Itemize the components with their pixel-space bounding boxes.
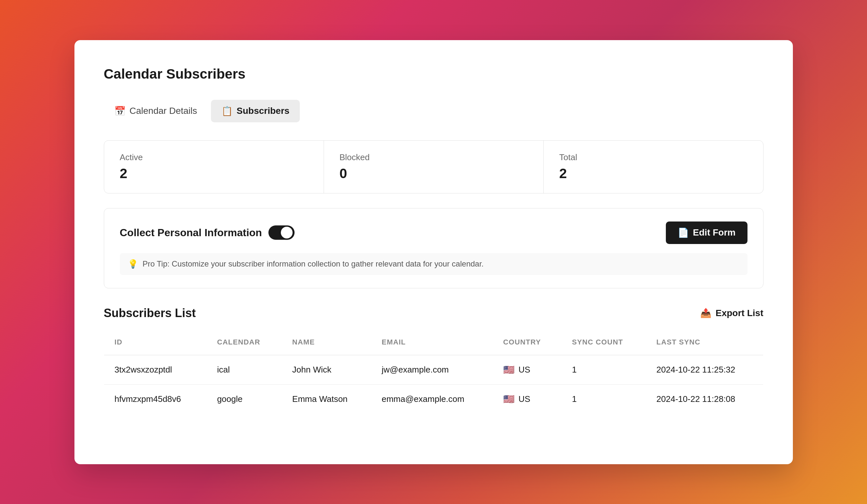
pro-tip-banner: 💡 Pro Tip: Customize your subscriber inf… xyxy=(120,253,748,275)
edit-form-icon: 📄 xyxy=(677,227,689,238)
cell-id: hfvmzxpm45d8v6 xyxy=(104,384,207,414)
cell-name: John Wick xyxy=(282,355,371,384)
stat-blocked-label: Blocked xyxy=(340,152,528,163)
tab-subscribers-label: Subscribers xyxy=(237,106,290,116)
collect-personal-info-toggle[interactable] xyxy=(268,226,295,240)
stat-blocked-value: 0 xyxy=(340,166,528,182)
collect-personal-info-card: Collect Personal Information 📄 Edit Form… xyxy=(104,208,763,288)
cell-name: Emma Watson xyxy=(282,384,371,414)
stat-active-label: Active xyxy=(120,152,308,163)
col-last-sync: LAST SYNC xyxy=(646,329,763,355)
collect-header: Collect Personal Information 📄 Edit Form xyxy=(120,221,748,244)
stats-card: Active 2 Blocked 0 Total 2 xyxy=(104,140,763,194)
cell-email: jw@example.com xyxy=(371,355,493,384)
subscribers-list-header: Subscribers List 📤 Export List xyxy=(104,306,763,320)
subscribers-section: Subscribers List 📤 Export List ID CALEND… xyxy=(104,306,763,414)
col-id: ID xyxy=(104,329,207,355)
page-title: Calendar Subscribers xyxy=(104,66,763,82)
stat-blocked: Blocked 0 xyxy=(324,141,544,193)
stat-total-label: Total xyxy=(559,152,748,163)
table-row: 3tx2wsxzozptdl ical John Wick jw@example… xyxy=(104,355,763,384)
country-flag-icon: 🇺🇸 xyxy=(503,394,515,405)
country-name: US xyxy=(518,394,530,404)
subscribers-list-title: Subscribers List xyxy=(104,306,196,320)
stat-total-value: 2 xyxy=(559,166,748,182)
export-icon: 📤 xyxy=(700,308,711,318)
tab-subscribers[interactable]: 📋 Subscribers xyxy=(211,100,300,122)
calendar-icon: 📅 xyxy=(114,106,126,117)
subscribers-tab-icon: 📋 xyxy=(222,106,233,117)
collect-toggle-group: Collect Personal Information xyxy=(120,226,295,240)
pro-tip-text: Pro Tip: Customize your subscriber infor… xyxy=(143,259,484,269)
tab-calendar-details-label: Calendar Details xyxy=(130,106,197,116)
tabs-nav: 📅 Calendar Details 📋 Subscribers xyxy=(104,100,763,122)
cell-email: emma@example.com xyxy=(371,384,493,414)
lightbulb-icon: 💡 xyxy=(128,259,138,269)
stat-total: Total 2 xyxy=(544,141,763,193)
stat-active-value: 2 xyxy=(120,166,308,182)
edit-form-label: Edit Form xyxy=(693,227,736,238)
col-name: NAME xyxy=(282,329,371,355)
col-email: EMAIL xyxy=(371,329,493,355)
export-label: Export List xyxy=(716,308,763,318)
cell-last-sync: 2024-10-22 11:28:08 xyxy=(646,384,763,414)
export-list-button[interactable]: 📤 Export List xyxy=(700,308,763,318)
cell-calendar: google xyxy=(207,384,282,414)
edit-form-button[interactable]: 📄 Edit Form xyxy=(666,221,748,244)
subscribers-table: ID CALENDAR NAME EMAIL COUNTRY xyxy=(104,329,763,414)
stat-active: Active 2 xyxy=(104,141,324,193)
collect-title: Collect Personal Information xyxy=(120,227,262,239)
main-window: Calendar Subscribers 📅 Calendar Details … xyxy=(74,40,793,464)
cell-calendar: ical xyxy=(207,355,282,384)
cell-country: 🇺🇸 US xyxy=(493,384,562,414)
cell-sync-count: 1 xyxy=(562,355,646,384)
table-row: hfvmzxpm45d8v6 google Emma Watson emma@e… xyxy=(104,384,763,414)
cell-last-sync: 2024-10-22 11:25:32 xyxy=(646,355,763,384)
cell-country: 🇺🇸 US xyxy=(493,355,562,384)
col-calendar: CALENDAR xyxy=(207,329,282,355)
cell-id: 3tx2wsxzozptdl xyxy=(104,355,207,384)
country-flag-icon: 🇺🇸 xyxy=(503,364,515,375)
cell-sync-count: 1 xyxy=(562,384,646,414)
table-header-row: ID CALENDAR NAME EMAIL COUNTRY xyxy=(104,329,763,355)
col-country: COUNTRY xyxy=(493,329,562,355)
country-name: US xyxy=(518,365,530,375)
tab-calendar-details[interactable]: 📅 Calendar Details xyxy=(104,100,208,122)
col-sync-count: SYNC COUNT xyxy=(562,329,646,355)
